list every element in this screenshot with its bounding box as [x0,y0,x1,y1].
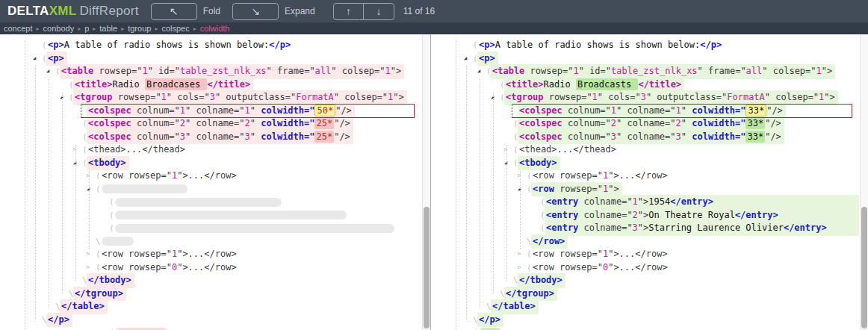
code-token: rowsep=" [93,66,142,76]
code-token: " colname=" [185,131,244,142]
fold-toggle-icon[interactable]: ◢ [73,157,82,170]
code-token: colname=" [578,196,632,207]
fold-toggle-icon[interactable]: ◢ [33,52,42,66]
code-token: 2 [611,118,616,128]
indent-guide [506,145,507,281]
code-token: "/> [334,131,350,142]
hidden-content-placeholder [479,328,501,330]
code-token: 1 [592,92,598,102]
code-line: (<p>A table of radio shows is shown belo… [431,39,859,52]
breadcrumb-item-tgroup[interactable]: tgroup [128,24,151,33]
line-content: <tgroup rowsep="1" cols="3" outputclass=… [73,90,407,105]
code-token: all [746,66,763,76]
breadcrumb-item-table[interactable]: table [99,24,117,33]
expand-button[interactable]: ↘ [232,3,279,20]
code-line: \</row> [431,235,859,249]
code-token: 2 [633,210,638,220]
fold-button[interactable]: ↖ [151,3,197,20]
fold-toggle-icon[interactable]: ◢ [504,157,513,170]
code-line: (<title>Radio Broadcases </title> [0,78,421,92]
fold-toggle-icon[interactable]: ▷ [518,261,527,275]
code-token: all [315,66,332,76]
fold-toggle-icon[interactable]: ◢ [491,91,500,105]
code-token: colwidth=" [692,118,745,128]
code-token: </tbody> [88,275,131,285]
code-token: 2 [180,118,185,128]
hidden-content-placeholder [115,224,394,233]
code-token: ">...</row> [608,262,667,273]
code-line: \</tgroup> [0,287,421,301]
code-token: "/> [765,118,781,128]
fold-toggle-icon[interactable]: ▷ [87,248,96,261]
scrollbar-thumb[interactable] [424,207,430,329]
code-token: colnum=" [562,105,611,116]
indent-guide [49,79,49,308]
fold-toggle-icon[interactable]: ◢ [60,91,69,105]
code-token: "/> [765,131,781,142]
fold-toggle-icon[interactable]: ◢ [464,52,473,66]
code-token: <p> [479,53,495,63]
expand-arrow-icon: ↘ [251,5,260,17]
code-token: 1 [385,66,391,76]
line-content: <thead>...</thead> [518,143,619,158]
breadcrumb-item-conbody[interactable]: conbody [43,24,75,33]
fold-toggle-icon[interactable]: ◢ [477,65,486,78]
fold-toggle-icon[interactable]: ◢ [46,65,55,78]
code-line: ( [0,196,421,209]
previous-diff-button[interactable]: ↑ [334,4,364,19]
fold-toggle-icon[interactable]: ▷ [504,143,513,157]
code-token: Starring Laurence Olivier [648,222,784,233]
code-token: </tgroup> [75,288,123,299]
breadcrumb-item-colspec[interactable]: colspec [161,24,189,33]
fold-toggle-icon[interactable]: ◢ [87,183,96,196]
breadcrumb-item-concept[interactable]: concept [4,24,33,33]
line-content: <table rowsep="1" id="table_zst_nlk_xs" … [491,64,835,79]
code-token: "/> [766,105,783,116]
code-token: <title> [75,79,113,90]
code-line: ▷(<row rowsep="0">...</row> [431,261,859,275]
vertical-scrollbar[interactable] [860,34,868,330]
code-token: 3 [633,222,638,233]
diff-value-chip: Broadcases [145,78,207,90]
code-token: " colname=" [616,131,675,142]
code-token: " cols=" [598,92,641,102]
code-line: (<colspec colnum="2" colname="2" colwidt… [431,117,859,131]
diff-value-chip: 25* [314,131,334,143]
vertical-scrollbar[interactable] [422,34,430,330]
code-token: rowsep=" [113,92,161,102]
breadcrumb-separator-icon: ▸ [121,25,124,32]
hidden-content-placeholder [102,237,134,246]
code-token: ">...</row> [177,262,236,273]
code-token: "> [638,210,648,220]
breadcrumb-separator-icon: ▸ [155,25,158,32]
code-token: <tbody> [519,158,557,168]
code-line: ( [0,222,421,235]
code-token: " outputclass=" [215,92,296,102]
code-token: </entry> [735,210,778,220]
code-token: </table> [492,301,536,311]
breadcrumb-item-current[interactable]: colwidth [200,24,230,33]
fold-toggle-icon[interactable]: ▷ [73,143,82,157]
fold-toggle-icon[interactable]: ▷ [87,261,96,275]
code-token: "> [608,184,619,194]
code-token: <colspec [519,118,562,128]
code-token: <table [492,66,524,76]
scrollbar-thumb[interactable] [861,207,867,329]
code-line: \</p> [431,314,859,327]
fold-toggle-icon[interactable]: ▷ [518,248,527,261]
code-token: </title> [207,79,250,90]
code-token: <entry [546,196,578,207]
fold-toggle-icon[interactable]: ◢ [518,183,527,196]
code-line: ▷(<row rowsep="1">...</row> [0,248,421,261]
code-token: 1 [633,196,638,207]
diff-value-chip: 33* [745,131,765,143]
code-token: FormatA [296,92,334,102]
breadcrumb-item-p[interactable]: p [84,24,89,33]
next-diff-button[interactable]: ↓ [363,4,394,19]
code-token: " id=" [579,66,611,76]
fold-toggle-icon[interactable]: ▷ [518,169,527,183]
code-token: <colspec [88,105,131,116]
code-token: 3 [245,131,250,142]
code-line: ◢(<p> [0,52,421,66]
fold-toggle-icon[interactable]: ▷ [87,169,96,183]
